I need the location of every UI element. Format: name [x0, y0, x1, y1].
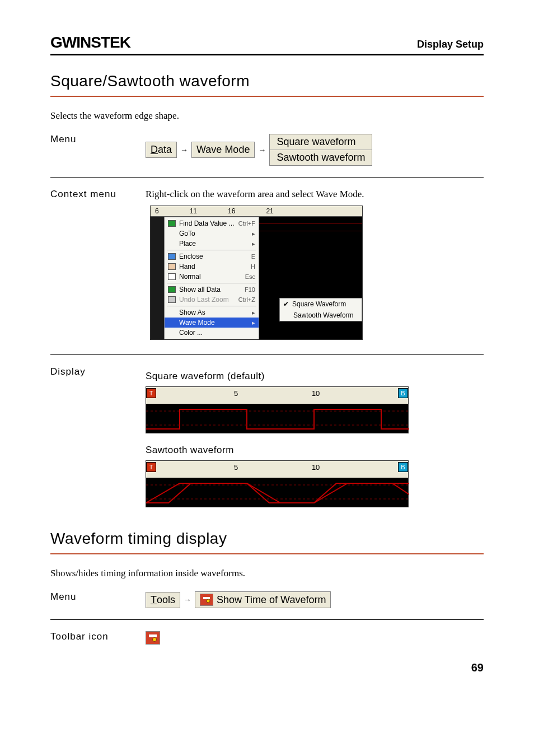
show-time-icon [200, 594, 213, 606]
submenu-waveform-choices: Square waveform Sawtooth waveform [269, 134, 372, 166]
label-menu-2: Menu [50, 591, 146, 603]
marker-t-icon: T [146, 462, 156, 472]
ctx-item-normal[interactable]: NormalEsc [165, 272, 259, 282]
submenu-item-square[interactable]: Square waveform [270, 134, 372, 150]
menu-chip-data[interactable]: Data [146, 142, 177, 158]
waveform-preview-sawtooth: T 5 10 B [146, 460, 409, 507]
submenu-item-sawtooth[interactable]: Sawtooth waveform [270, 150, 372, 165]
sawtooth-wave-svg [146, 478, 409, 507]
square-wave-svg [146, 404, 409, 433]
ctx-sub-sawtooth[interactable]: Sawtooth Waveform [280, 310, 362, 321]
ctx-sub-square[interactable]: ✔Square Waveform [280, 298, 362, 310]
cursor-icon [168, 273, 176, 280]
svg-rect-4 [203, 597, 210, 599]
ctx-item-hand[interactable]: HandH [165, 262, 259, 272]
ctx-item-goto[interactable]: GoTo▸ [165, 228, 259, 239]
menu-chip-tools[interactable]: Tools [146, 592, 180, 608]
section1-intro: Selects the waveform edge shape. [50, 110, 484, 122]
menu-chip-show-time[interactable]: Show Time of Waveform [195, 591, 331, 608]
ctx-item-showall[interactable]: Show all DataF10 [165, 284, 259, 295]
marker-b-icon: B [398, 462, 408, 472]
section-title-square-sawtooth: Square/Sawtooth waveform [50, 72, 484, 97]
ctx-item-wavemode[interactable]: Wave Mode▸ [165, 318, 259, 328]
toolbar-show-time-icon[interactable] [146, 631, 160, 645]
enclose-icon [168, 253, 176, 260]
context-menu-text: Right-click on the waveform area and sel… [146, 189, 484, 200]
menu-chip-wavemode[interactable]: Wave Mode [191, 142, 255, 158]
page-number: 69 [50, 661, 484, 674]
show-all-icon [168, 286, 176, 293]
waveform-preview-square: T 5 10 B [146, 386, 409, 433]
ruler-number: 10 [312, 389, 320, 398]
arrow-icon: → [184, 595, 191, 604]
menu-path-timing: Tools → Show Time of Waveform [146, 591, 484, 608]
menu-chip-label: Show Time of Waveform [217, 594, 326, 606]
ctx-ruler-tick: 21 [266, 207, 273, 215]
svg-point-7 [153, 638, 157, 642]
context-menu: Find Data Value ...Ctrl+F GoTo▸ Place▸ E… [164, 217, 259, 339]
ruler-number: 5 [234, 389, 238, 398]
ctx-ruler-tick: 11 [190, 207, 197, 215]
ruler-number: 10 [312, 463, 320, 472]
context-menu-screenshot: 6 11 16 21 Find Data Value ...Ctrl+F GoT… [150, 206, 363, 340]
brand-logo: GWINSTEK [50, 34, 130, 52]
menu-path-wavemode: Data → Wave Mode → Square waveform Sawto… [146, 134, 484, 166]
label-display: Display [50, 366, 146, 377]
section-title-timing-display: Waveform timing display [50, 530, 484, 554]
ctx-item-undo: Undo Last ZoomCtrl+Z [165, 295, 259, 305]
ruler-number: 5 [234, 463, 238, 472]
svg-point-5 [207, 599, 210, 603]
page-header-right: Display Setup [417, 39, 484, 50]
svg-rect-6 [149, 634, 157, 637]
binoculars-icon [168, 220, 176, 227]
hand-icon [168, 263, 176, 270]
ctx-item-find[interactable]: Find Data Value ...Ctrl+F [165, 218, 259, 228]
label-context-menu: Context menu [50, 189, 146, 200]
section2-intro: Shows/hides timing information inside wa… [50, 568, 484, 579]
marker-t-icon: T [146, 388, 156, 398]
ctx-ruler-tick: 16 [228, 207, 235, 215]
label-menu: Menu [50, 134, 146, 145]
check-icon: ✔ [283, 300, 289, 308]
ctx-item-place[interactable]: Place▸ [165, 239, 259, 249]
display-title-sawtooth: Sawtooth waveform [146, 445, 484, 456]
ctx-item-showas[interactable]: Show As▸ [165, 307, 259, 318]
ctx-ruler-tick: 6 [155, 207, 159, 215]
display-title-square: Square waveform (default) [146, 371, 484, 382]
marker-b-icon: B [398, 388, 408, 398]
context-submenu-wavemode: ✔Square Waveform Sawtooth Waveform [279, 298, 362, 321]
ctx-item-enclose[interactable]: EncloseE [165, 251, 259, 262]
ctx-ruler: 6 11 16 21 [151, 206, 362, 217]
arrow-icon: → [258, 146, 266, 155]
label-toolbar-icon: Toolbar icon [50, 631, 146, 642]
undo-icon [168, 296, 176, 303]
arrow-icon: → [180, 146, 188, 155]
ctx-item-color[interactable]: Color ... [165, 328, 259, 338]
